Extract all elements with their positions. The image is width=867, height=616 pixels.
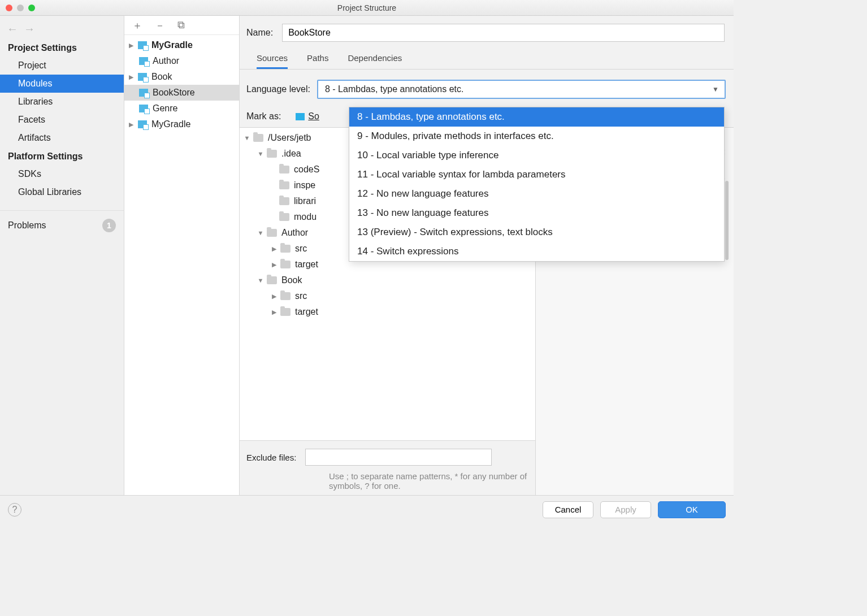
chevron-right-icon[interactable]: ▶ xyxy=(127,121,136,128)
module-toolbar: ＋ － ⧉ xyxy=(124,16,239,35)
problems-label: Problems xyxy=(8,220,46,231)
tab-dependencies[interactable]: Dependencies xyxy=(348,50,402,69)
language-level-option[interactable]: 14 - Switch expressions xyxy=(349,242,724,261)
folder-icon xyxy=(279,197,289,205)
folder-icon xyxy=(280,308,291,316)
chevron-down-icon: ▼ xyxy=(712,85,719,93)
ok-button[interactable]: OK xyxy=(658,501,726,518)
chevron-right-icon[interactable]: ▶ xyxy=(270,293,278,300)
folder-icon xyxy=(267,150,277,158)
language-level-label: Language level: xyxy=(246,84,310,94)
language-level-value: 8 - Lambdas, type annotations etc. xyxy=(325,84,463,94)
window-title: Project Structure xyxy=(337,3,396,12)
help-button[interactable]: ? xyxy=(8,503,21,517)
folder-icon xyxy=(280,292,291,300)
module-icon xyxy=(138,73,147,81)
module-item-book[interactable]: ▶ Book xyxy=(124,69,239,85)
module-icon xyxy=(139,89,148,97)
close-window-icon[interactable] xyxy=(6,5,12,11)
window-controls xyxy=(0,5,35,11)
sidebar-item-libraries[interactable]: Libraries xyxy=(0,93,124,111)
cancel-button[interactable]: Cancel xyxy=(543,501,593,518)
titlebar: Project Structure xyxy=(0,0,734,16)
module-icon xyxy=(139,105,148,112)
tree-item[interactable]: ▶target xyxy=(240,304,535,320)
chevron-down-icon[interactable]: ▼ xyxy=(257,277,265,284)
sidebar-item-problems[interactable]: Problems 1 xyxy=(0,210,124,232)
chevron-right-icon[interactable]: ▶ xyxy=(270,245,278,253)
sidebar-item-modules[interactable]: Modules xyxy=(0,75,124,93)
tab-paths[interactable]: Paths xyxy=(307,50,328,69)
module-item-bookstore[interactable]: BookStore xyxy=(124,85,239,101)
sidebar-item-global-libraries[interactable]: Global Libraries xyxy=(0,183,124,201)
exclude-hint: Use ; to separate name patterns, * for a… xyxy=(329,471,528,491)
module-item-genre[interactable]: Genre xyxy=(124,101,239,116)
maximize-window-icon[interactable] xyxy=(28,5,35,11)
remove-icon[interactable]: － xyxy=(155,19,165,32)
exclude-label: Exclude files: xyxy=(246,453,296,462)
module-panel: ＋ － ⧉ ▶ MyGradle Author ▶ Book BookStore xyxy=(124,16,240,495)
chevron-down-icon[interactable]: ▼ xyxy=(243,135,251,141)
chevron-right-icon[interactable]: ▶ xyxy=(127,42,136,49)
folder-icon xyxy=(253,134,263,142)
module-name-input[interactable] xyxy=(282,24,725,42)
tab-row: Sources Paths Dependencies xyxy=(240,50,734,69)
language-level-option[interactable]: 9 - Modules, private methods in interfac… xyxy=(349,127,724,146)
mark-as-sources[interactable]: So xyxy=(296,111,319,122)
language-level-dropdown[interactable]: 8 - Lambdas, type annotations etc. ▼ xyxy=(317,80,726,99)
module-icon xyxy=(138,120,147,128)
folder-icon xyxy=(280,245,291,253)
language-level-option[interactable]: 11 - Local variable syntax for lambda pa… xyxy=(349,165,724,184)
language-level-option[interactable]: 10 - Local variable type inference xyxy=(349,146,724,165)
chevron-down-icon[interactable]: ▼ xyxy=(257,150,265,157)
module-tree: ▶ MyGradle Author ▶ Book BookStore Genre xyxy=(124,35,239,495)
exclude-files-input[interactable] xyxy=(305,449,492,466)
chevron-down-icon[interactable]: ▼ xyxy=(257,229,265,236)
folder-icon xyxy=(279,181,289,189)
apply-button[interactable]: Apply xyxy=(600,501,651,518)
folder-icon xyxy=(279,213,289,221)
left-sidebar: ← → Project Settings Project Modules Lib… xyxy=(0,16,124,495)
module-icon xyxy=(138,41,147,49)
section-platform-settings: Platform Settings xyxy=(0,147,124,165)
sidebar-item-sdks[interactable]: SDKs xyxy=(0,165,124,183)
tab-sources[interactable]: Sources xyxy=(257,50,288,69)
language-level-option[interactable]: 8 - Lambdas, type annotations etc. xyxy=(349,107,724,127)
folder-icon xyxy=(267,276,277,284)
sidebar-item-facets[interactable]: Facets xyxy=(0,111,124,129)
sidebar-item-artifacts[interactable]: Artifacts xyxy=(0,129,124,147)
forward-icon[interactable]: → xyxy=(24,23,35,36)
mark-as-label: Mark as: xyxy=(246,111,281,122)
section-project-settings: Project Settings xyxy=(0,38,124,57)
tree-item[interactable]: ▼Book xyxy=(240,272,535,288)
folder-icon xyxy=(296,113,305,120)
language-level-option[interactable]: 13 (Preview) - Switch expressions, text … xyxy=(349,223,724,242)
copy-icon[interactable]: ⧉ xyxy=(177,19,185,31)
module-item-mygradle-2[interactable]: ▶ MyGradle xyxy=(124,116,239,132)
module-icon xyxy=(139,57,148,65)
tree-item[interactable]: ▶src xyxy=(240,288,535,304)
folder-icon xyxy=(280,261,291,268)
scrollbar-thumb[interactable] xyxy=(725,181,729,260)
footer: ? Cancel Apply OK xyxy=(0,495,734,523)
module-item-mygradle[interactable]: ▶ MyGradle xyxy=(124,37,239,53)
chevron-right-icon[interactable]: ▶ xyxy=(127,73,136,81)
chevron-right-icon[interactable]: ▶ xyxy=(270,261,278,268)
problems-badge: 1 xyxy=(102,219,116,232)
module-item-author[interactable]: Author xyxy=(124,53,239,69)
minimize-window-icon xyxy=(17,5,24,11)
folder-icon xyxy=(279,166,289,173)
language-level-option[interactable]: 13 - No new language features xyxy=(349,203,724,223)
language-level-popup[interactable]: 8 - Lambdas, type annotations etc. 9 - M… xyxy=(349,107,725,262)
add-icon[interactable]: ＋ xyxy=(132,19,142,32)
language-level-option[interactable]: 12 - No new language features xyxy=(349,184,724,203)
back-icon[interactable]: ← xyxy=(7,23,18,36)
sidebar-item-project[interactable]: Project xyxy=(0,57,124,75)
name-label: Name: xyxy=(246,28,273,38)
folder-icon xyxy=(267,229,277,237)
chevron-right-icon[interactable]: ▶ xyxy=(270,309,278,316)
